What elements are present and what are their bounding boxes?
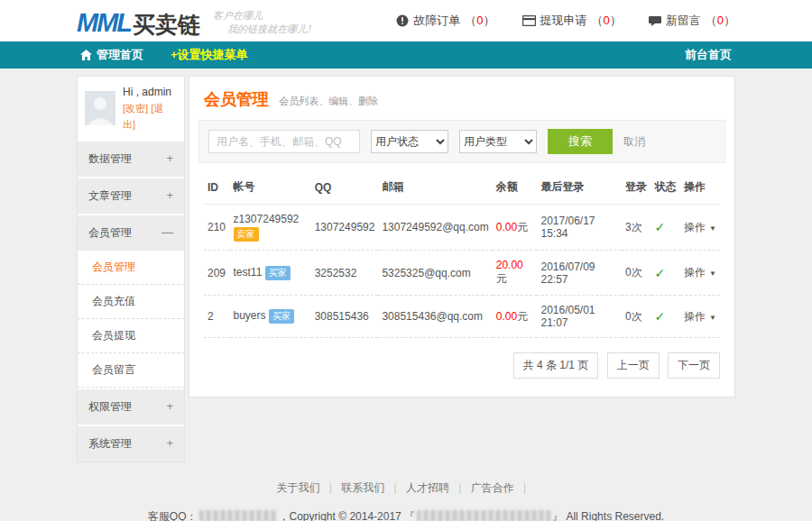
sidebar-item-member-message[interactable]: 会员留言 — [78, 353, 184, 388]
cell-email: 308515436@qq.com — [378, 296, 492, 338]
header-menu: 故障订单 0 提现申请 0 新留言 0 — [396, 13, 735, 29]
footer-link-contact[interactable]: 联系我们 — [341, 481, 406, 494]
home-icon — [80, 50, 92, 60]
sidebar-item-member-recharge[interactable]: 会员充值 — [78, 285, 184, 319]
table-header-row: ID 帐号 QQ 邮箱 余额 最后登录 登录 状态 操作 — [204, 169, 720, 205]
cell-login-count: 0次 — [622, 251, 651, 296]
new-messages-link[interactable]: 新留言 0 — [649, 13, 735, 29]
top-header: MML 买卖链 客户在哪儿 我的链接就在哪儿! 故障订单 0 提现申请 0 — [0, 0, 812, 41]
buyer-badge: 买家 — [265, 266, 291, 280]
fault-order-count: 0 — [476, 14, 483, 27]
page-subtitle: 会员列表、编辑、删除 — [279, 96, 378, 106]
cell-qq: 1307249592 — [311, 205, 379, 251]
cell-email: 5325325@qq.com — [378, 251, 492, 296]
sidebar-group-data[interactable]: 数据管理 + — [78, 142, 184, 177]
footer-link-ads[interactable]: 广告合作 — [471, 481, 536, 494]
cell-status: ✓ — [651, 296, 681, 338]
footer-link-jobs[interactable]: 人才招聘 — [406, 481, 471, 494]
page-title: 会员管理 — [204, 90, 269, 108]
footer: 关于我们联系我们人才招聘广告合作 客服QQ：，Copyright © 2014-… — [0, 480, 812, 521]
search-button[interactable]: 搜索 — [548, 129, 613, 154]
cell-qq: 308515436 — [311, 296, 379, 338]
sidebar: Hi , admin [改密][退出] 数据管理 + 文章管理 + 会员管理 —… — [77, 76, 185, 462]
chevron-down-icon — [709, 314, 716, 322]
status-check-icon: ✓ — [655, 266, 666, 280]
logo-mml-text: MML — [77, 10, 131, 36]
cell-id: 2 — [204, 296, 230, 338]
change-password-link[interactable]: [改密] — [123, 103, 148, 114]
expand-icon: + — [166, 436, 173, 452]
cell-id: 209 — [204, 251, 230, 296]
copyright-line: 客服QQ：，Copyright © 2014-2017 『』 All Right… — [0, 509, 812, 521]
cell-last-login: 2016/05/01 21:07 — [537, 296, 622, 338]
user-status-select[interactable]: 用户状态 — [371, 130, 448, 153]
next-page-button[interactable]: 下一页 — [668, 352, 720, 379]
sidebar-group-article[interactable]: 文章管理 + — [78, 178, 184, 214]
cell-balance: 20.00元 — [493, 251, 538, 296]
search-input[interactable] — [208, 130, 360, 153]
table-row: 2 buyers 买家 308515436 308515436@qq.com 0… — [204, 296, 720, 338]
site-logo[interactable]: MML 买卖链 客户在哪儿 我的链接就在哪儿! — [77, 5, 310, 37]
cell-login-count: 3次 — [622, 205, 651, 251]
cell-last-login: 2016/07/09 22:57 — [537, 251, 622, 296]
cell-qq: 3252532 — [311, 251, 379, 296]
table-row: 210 z1307249592 卖家 1307249592 1307249592… — [204, 205, 720, 251]
sidebar-group-permission[interactable]: 权限管理 + — [78, 389, 184, 425]
member-management-panel: 会员管理 会员列表、编辑、删除 用户状态 用户类型 搜索 取消 ID 帐号 QQ… — [189, 76, 735, 398]
cell-account: test11 买家 — [230, 251, 311, 296]
cell-id: 210 — [204, 205, 230, 251]
user-greeting: Hi , admin — [123, 84, 177, 101]
nav-front-home[interactable]: 前台首页 — [685, 47, 735, 63]
sidebar-item-member-withdraw[interactable]: 会员提现 — [78, 319, 184, 353]
cell-balance: 0.00元 — [493, 296, 538, 338]
withdraw-request-count: 0 — [604, 14, 610, 27]
fault-orders-link[interactable]: 故障订单 0 — [396, 13, 494, 29]
cell-email: 1307249592@qq.com — [378, 205, 492, 251]
new-message-icon — [649, 15, 661, 27]
member-table: ID 帐号 QQ 邮箱 余额 最后登录 登录 状态 操作 210 z130724… — [204, 169, 720, 338]
expand-icon: + — [166, 399, 173, 415]
withdraw-request-icon — [522, 15, 536, 26]
cell-account: z1307249592 卖家 — [230, 205, 311, 251]
fault-order-icon — [396, 14, 409, 27]
row-action-dropdown[interactable]: 操作 — [680, 296, 720, 338]
search-bar: 用户状态 用户类型 搜索 取消 — [198, 120, 725, 163]
sidebar-group-member[interactable]: 会员管理 — — [78, 215, 184, 251]
footer-link-about[interactable]: 关于我们 — [276, 481, 341, 494]
collapse-icon: — — [161, 225, 173, 241]
prev-page-button[interactable]: 上一页 — [607, 352, 660, 379]
avatar — [85, 91, 115, 125]
chevron-down-icon — [709, 270, 716, 278]
expand-icon: + — [166, 188, 173, 204]
footer-links: 关于我们联系我们人才招聘广告合作 — [0, 480, 812, 496]
redacted-company-name — [417, 510, 550, 521]
expand-icon: + — [166, 151, 173, 167]
cell-login-count: 0次 — [622, 296, 651, 338]
status-check-icon: ✓ — [655, 220, 666, 234]
new-message-count: 0 — [717, 14, 724, 27]
cell-balance: 0.00元 — [493, 205, 538, 251]
user-type-select[interactable]: 用户类型 — [459, 130, 537, 153]
row-action-dropdown[interactable]: 操作 — [680, 251, 720, 296]
main-navbar: 管理首页 +设置快捷菜单 前台首页 — [0, 41, 812, 69]
row-action-dropdown[interactable]: 操作 — [680, 205, 720, 251]
withdraw-requests-link[interactable]: 提现申请 0 — [522, 13, 622, 29]
table-row: 209 test11 买家 3252532 5325325@qq.com 20.… — [204, 251, 720, 296]
cell-status: ✓ — [651, 251, 681, 296]
pagination: 共 4 条 1/1 页 上一页 下一页 — [204, 352, 720, 379]
chevron-down-icon — [709, 224, 716, 233]
buyer-badge: 买家 — [269, 309, 294, 324]
cell-status: ✓ — [651, 205, 681, 251]
redacted-service-qq — [199, 510, 277, 521]
nav-set-quick-menu[interactable]: +设置快捷菜单 — [171, 47, 248, 63]
nav-admin-home[interactable]: 管理首页 — [77, 47, 143, 63]
sidebar-item-member-manage[interactable]: 会员管理 — [78, 251, 184, 285]
pagination-summary: 共 4 条 1/1 页 — [513, 352, 599, 379]
status-check-icon: ✓ — [655, 309, 666, 324]
user-panel: Hi , admin [改密][退出] — [78, 77, 184, 140]
sidebar-group-system[interactable]: 系统管理 + — [78, 426, 184, 462]
seller-badge: 卖家 — [234, 227, 259, 242]
cell-last-login: 2017/06/17 15:34 — [537, 205, 622, 251]
cancel-link[interactable]: 取消 — [623, 134, 645, 150]
logo-slogan: 客户在哪儿 我的链接就在哪儿! — [213, 5, 310, 37]
